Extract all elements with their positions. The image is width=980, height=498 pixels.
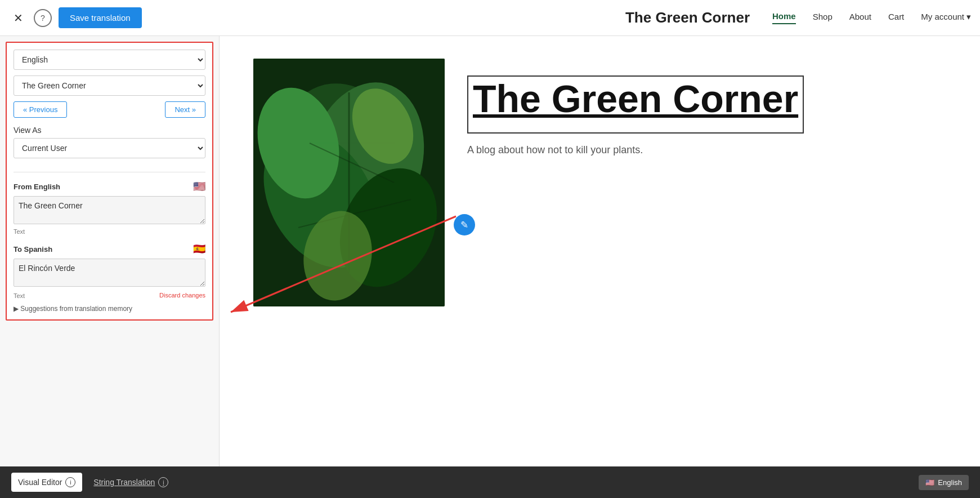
from-field-type: Text: [14, 228, 205, 235]
previous-button[interactable]: « Previous: [14, 101, 67, 118]
website-content: The Green Corner A blog about how not to…: [220, 36, 980, 466]
view-as-label: View As: [14, 126, 205, 135]
visual-editor-info-icon[interactable]: i: [65, 477, 75, 487]
toolbar-left: ✕ ? Save translation: [9, 7, 142, 28]
site-title: The Green Corner: [625, 9, 750, 26]
nav-myaccount[interactable]: My account ▾: [921, 12, 971, 24]
es-flag-icon: 🇪🇸: [193, 243, 205, 255]
from-language-label: From English: [14, 183, 60, 191]
string-translation-info-icon[interactable]: i: [158, 477, 168, 487]
hero-subtitle: A blog about how not to kill your plants…: [467, 143, 946, 158]
hero-image: [253, 59, 445, 306]
divider: [14, 172, 205, 172]
hero-text: The Green Corner A blog about how not to…: [467, 59, 946, 158]
left-panel: English Spanish French The Green Corner …: [0, 36, 220, 466]
bottom-bar: Visual Editor i String Translation i: [0, 466, 980, 498]
nav-shop[interactable]: Shop: [813, 12, 833, 24]
to-field-type: Text: [14, 292, 25, 299]
to-text-field[interactable]: [14, 259, 205, 287]
lang-badge-label: English: [938, 478, 962, 487]
save-translation-button[interactable]: Save translation: [59, 7, 142, 28]
edit-icon[interactable]: ✎: [454, 214, 475, 235]
site-nav: Home Shop About Cart My account ▾: [772, 11, 971, 24]
main-area: English Spanish French The Green Corner …: [0, 36, 980, 466]
lang-badge-flag: 🇺🇸: [925, 478, 934, 487]
page-select[interactable]: The Green Corner Home About: [14, 75, 205, 96]
chevron-down-icon: ▾: [966, 12, 971, 22]
us-flag-icon: 🇺🇸: [193, 180, 205, 193]
string-translation-label: String Translation: [93, 478, 155, 487]
hero-heading: The Green Corner: [473, 79, 798, 119]
website-hero: The Green Corner A blog about how not to…: [220, 36, 980, 329]
to-language-label: To Spanish: [14, 245, 52, 254]
from-text-field[interactable]: [14, 196, 205, 224]
nav-home[interactable]: Home: [772, 11, 796, 24]
close-button[interactable]: ✕: [9, 9, 27, 27]
string-translation-tab[interactable]: String Translation i: [93, 477, 168, 487]
visual-editor-label: Visual Editor: [18, 478, 62, 487]
site-header: The Green Corner Home Shop About Cart My…: [625, 9, 971, 26]
language-badge[interactable]: 🇺🇸 English: [919, 475, 969, 490]
discard-changes-link[interactable]: Discard changes: [159, 292, 205, 299]
from-label: From English 🇺🇸: [14, 180, 205, 193]
translation-panel: English Spanish French The Green Corner …: [6, 42, 213, 321]
to-label: To Spanish 🇪🇸: [14, 243, 205, 255]
language-select[interactable]: English Spanish French: [14, 50, 205, 70]
top-bar: ✕ ? Save translation The Green Corner Ho…: [0, 0, 980, 36]
nav-cart[interactable]: Cart: [888, 12, 904, 24]
right-panel: The Green Corner A blog about how not to…: [220, 36, 980, 466]
next-button[interactable]: Next »: [165, 101, 205, 118]
nav-about[interactable]: About: [849, 12, 871, 24]
plant-image-svg: [253, 59, 445, 306]
help-button[interactable]: ?: [34, 9, 52, 27]
visual-editor-tab[interactable]: Visual Editor i: [11, 473, 82, 492]
view-as-select[interactable]: Current User Administrator Guest: [14, 138, 205, 158]
to-field-row: Text Discard changes: [14, 291, 205, 299]
nav-buttons: « Previous Next »: [14, 101, 205, 118]
suggestions-row[interactable]: Suggestions from translation memory: [14, 305, 205, 313]
